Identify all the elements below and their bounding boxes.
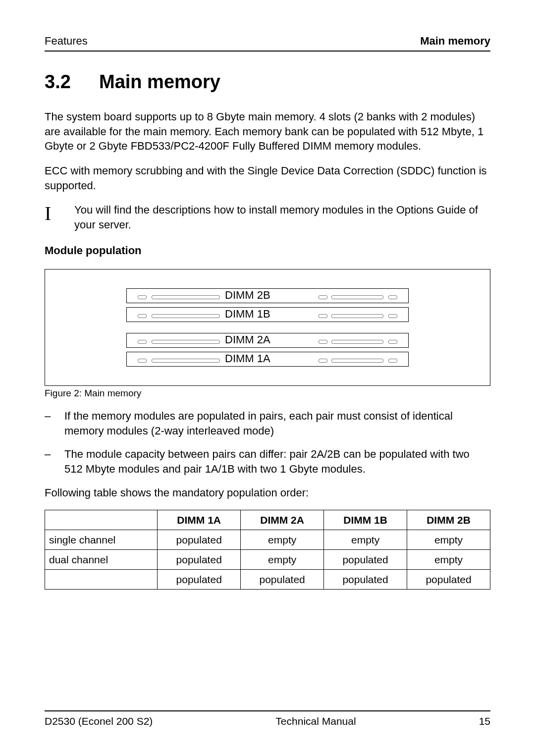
slot-contact bbox=[331, 295, 383, 299]
slot-label: DIMM 1B bbox=[223, 308, 272, 321]
slot-contact bbox=[331, 340, 383, 344]
slot-contact bbox=[138, 340, 147, 344]
slot-contact bbox=[388, 314, 397, 318]
table-cell: populated bbox=[324, 550, 407, 570]
slot-contact bbox=[388, 340, 397, 344]
table-cell: empty bbox=[241, 550, 324, 570]
dimm-slot-2a: DIMM 2A bbox=[126, 333, 409, 348]
table-header-row: DIMM 1A DIMM 2A DIMM 1B DIMM 2B bbox=[45, 510, 490, 530]
slot-label: DIMM 2B bbox=[223, 289, 272, 302]
footer-right: 15 bbox=[479, 715, 490, 727]
table-cell: empty bbox=[407, 530, 490, 550]
section-heading: 3.2Main memory bbox=[45, 71, 490, 93]
dimm-slot-2b: DIMM 2B bbox=[126, 288, 409, 303]
info-text: You will find the descriptions how to in… bbox=[74, 203, 490, 232]
slot-contact bbox=[138, 295, 147, 299]
table-cell: populated bbox=[158, 550, 241, 570]
section-number: 3.2 bbox=[45, 71, 99, 93]
table-intro: Following table shows the mandatory popu… bbox=[45, 486, 490, 500]
slot-contact bbox=[331, 359, 383, 363]
table-cell: single channel bbox=[45, 530, 158, 550]
table-cell: empty bbox=[407, 550, 490, 570]
table-header: DIMM 1B bbox=[324, 510, 407, 530]
table-cell: populated bbox=[241, 570, 324, 590]
table-cell: empty bbox=[241, 530, 324, 550]
list-item: The module capacity between pairs can di… bbox=[45, 447, 490, 476]
slot-group-b: DIMM 2B DIMM 1B bbox=[55, 288, 480, 322]
footer-center: Technical Manual bbox=[275, 715, 356, 727]
footer-rule bbox=[45, 710, 490, 711]
slot-contact bbox=[138, 359, 147, 363]
slot-contact bbox=[319, 295, 327, 299]
header-rule bbox=[45, 51, 490, 52]
slot-contact bbox=[388, 359, 397, 363]
figure-frame: DIMM 2B DIMM 1B DIMM 2A DIMM 1A bbox=[45, 269, 490, 386]
table-header bbox=[45, 510, 158, 530]
slot-contact bbox=[152, 295, 220, 299]
population-table: DIMM 1A DIMM 2A DIMM 1B DIMM 2B single c… bbox=[45, 510, 490, 590]
body-paragraph-1: The system board supports up to 8 Gbyte … bbox=[45, 109, 490, 154]
table-cell: populated bbox=[407, 570, 490, 590]
header-left: Features bbox=[45, 35, 88, 48]
table-header: DIMM 2B bbox=[407, 510, 490, 530]
slot-group-a: DIMM 2A DIMM 1A bbox=[55, 333, 480, 367]
table-cell: empty bbox=[324, 530, 407, 550]
table-cell: dual channel bbox=[45, 550, 158, 570]
body-paragraph-2: ECC with memory scrubbing and with the S… bbox=[45, 163, 490, 193]
page-footer: D2530 (Econel 200 S2) Technical Manual 1… bbox=[45, 710, 490, 727]
table-cell bbox=[45, 570, 158, 590]
slot-label: DIMM 2A bbox=[223, 333, 272, 346]
slot-contact bbox=[319, 359, 327, 363]
list-item: If the memory modules are populated in p… bbox=[45, 409, 490, 438]
table-row: single channel populated empty empty emp… bbox=[45, 530, 490, 550]
slot-contact bbox=[152, 359, 220, 363]
bullet-list: If the memory modules are populated in p… bbox=[45, 409, 490, 477]
slot-contact bbox=[319, 314, 327, 318]
slot-contact bbox=[388, 295, 397, 299]
footer-left: D2530 (Econel 200 S2) bbox=[45, 715, 153, 727]
info-icon: I bbox=[45, 203, 74, 223]
slot-contact bbox=[152, 340, 220, 344]
table-header: DIMM 2A bbox=[241, 510, 324, 530]
slot-contact bbox=[331, 314, 383, 318]
slot-contact bbox=[138, 314, 147, 318]
table-row: dual channel populated empty populated e… bbox=[45, 550, 490, 570]
slot-label: DIMM 1A bbox=[223, 352, 272, 365]
dimm-slot-1b: DIMM 1B bbox=[126, 307, 409, 322]
subheading-module-population: Module population bbox=[45, 244, 490, 257]
section-title: Main memory bbox=[99, 71, 220, 92]
table-row: populated populated populated populated bbox=[45, 570, 490, 590]
table-header: DIMM 1A bbox=[158, 510, 241, 530]
figure-caption: Figure 2: Main memory bbox=[45, 388, 490, 399]
slot-contact bbox=[152, 314, 220, 318]
table-cell: populated bbox=[158, 570, 241, 590]
running-header: Features Main memory bbox=[45, 35, 490, 48]
dimm-slot-1a: DIMM 1A bbox=[126, 352, 409, 367]
header-right: Main memory bbox=[420, 35, 490, 48]
info-note: I You will find the descriptions how to … bbox=[45, 203, 490, 232]
slot-contact bbox=[319, 340, 327, 344]
table-cell: populated bbox=[324, 570, 407, 590]
table-cell: populated bbox=[158, 530, 241, 550]
